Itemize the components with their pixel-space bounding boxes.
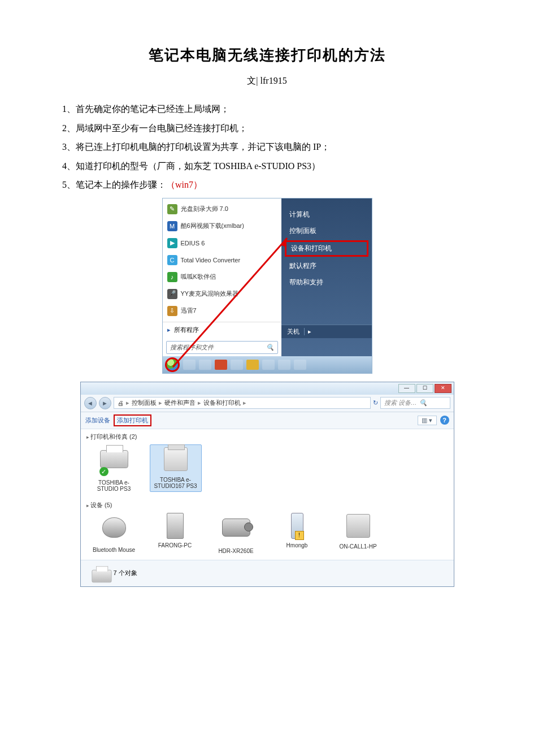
app-icon: ✎ (167, 204, 177, 214)
all-programs-button[interactable]: ▸ 所有程序 (163, 322, 281, 338)
taskbar-icon[interactable] (215, 360, 227, 370)
screenshot-devices-window: — ☐ ✕ ◄ ► 🖨 ▸ 控制面板▸ 硬件和声音▸ 设备和打印机▸ ↻ 搜索 … (80, 382, 454, 587)
right-item-computer[interactable]: 计算机 (281, 206, 372, 223)
taskbar-icon[interactable] (231, 360, 243, 370)
search-input[interactable]: 搜索 设备… 🔍 (380, 397, 450, 409)
status-icon (88, 565, 108, 582)
printer-item[interactable]: TOSHIBA e-STUDIO167 PS3 (150, 444, 202, 492)
search-icon: 🔍 (266, 344, 274, 351)
doc-author: 文| lfr1915 (62, 75, 472, 87)
nav-forward-button[interactable]: ► (99, 397, 111, 409)
start-menu-item[interactable]: M酷6网视频下载(xmlbar) (163, 218, 281, 235)
device-item[interactable]: HDR-XR260E (211, 513, 262, 554)
app-icon: 🎤 (167, 289, 177, 299)
step-5-note: （win7） (166, 180, 202, 189)
start-menu-left-pane: ✎光盘刻录大师 7.0 M酷6网视频下载(xmlbar) ▶EDIUS 6 CT… (163, 198, 281, 356)
default-check-icon: ✓ (99, 467, 108, 476)
taskbar-icon[interactable] (294, 360, 306, 370)
help-icon[interactable]: ? (440, 416, 449, 425)
view-options-button[interactable]: ▥ ▾ (418, 416, 436, 425)
warning-icon: ! (295, 531, 304, 540)
screenshot-start-menu: ✎光盘刻录大师 7.0 M酷6网视频下载(xmlbar) ▶EDIUS 6 CT… (162, 198, 372, 374)
start-menu-item[interactable]: ✎光盘刻录大师 7.0 (163, 201, 281, 218)
app-icon: ⇩ (167, 306, 177, 316)
step-5: 5、笔记本上的操作步骤：（win7） (62, 175, 472, 195)
taskbar (163, 356, 372, 373)
app-icon: M (167, 221, 177, 231)
app-icon: ♪ (167, 272, 177, 282)
start-menu-item[interactable]: ⇩迅雷7 (163, 303, 281, 319)
step-2: 2、局域网中至少有一台电脑已经连接打印机； (62, 119, 472, 138)
folder-icon: 🖨 (118, 400, 124, 407)
start-search-input[interactable]: 搜索程序和文件 🔍 (166, 341, 278, 354)
shutdown-menu-icon[interactable]: ▸ (304, 328, 311, 335)
app-icon: C (167, 255, 177, 265)
minimize-button[interactable]: — (398, 384, 415, 393)
printer-item[interactable]: ✓ TOSHIBA e-STUDIO PS3 (89, 444, 140, 492)
device-item[interactable]: ! Hmongb (272, 513, 323, 554)
start-menu-item[interactable]: 🎤YY麦克风混响效果器 (163, 286, 281, 303)
window-titlebar: — ☐ ✕ (81, 382, 454, 395)
app-icon: ▶ (167, 238, 177, 248)
taskbar-icon[interactable] (262, 360, 275, 370)
section-printers-header[interactable]: 打印机和传真 (2) (81, 429, 454, 442)
step-1: 1、首先确定你的笔记本已经连上局域网； (62, 100, 472, 119)
taskbar-icon[interactable] (199, 360, 211, 370)
doc-title: 笔记本电脑无线连接打印机的方法 (62, 45, 472, 65)
close-button[interactable]: ✕ (435, 384, 451, 393)
taskbar-icon[interactable] (183, 360, 196, 370)
status-count: 7 个对象 (114, 569, 137, 577)
add-device-button[interactable]: 添加设备 (85, 416, 110, 425)
step-4: 4、知道打印机的型号（厂商，如东芝 TOSHIBA e-STUDIO PS3） (62, 157, 472, 176)
start-orb[interactable] (165, 357, 180, 372)
status-bar: 7 个对象 (81, 560, 454, 586)
step-3: 3、将已连上打印机电脑的打印机设置为共享，并记下该电脑的 IP； (62, 137, 472, 157)
maximize-button[interactable]: ☐ (416, 384, 433, 393)
arrow-right-icon: ▸ (167, 326, 171, 334)
start-menu-item[interactable]: ♪呱呱K歌伴侣 (163, 269, 281, 286)
refresh-icon[interactable]: ↻ (373, 399, 378, 407)
start-menu-item[interactable]: CTotal Video Converter (163, 252, 281, 269)
right-item-devices-printers[interactable]: 设备和打印机 (285, 240, 368, 257)
taskbar-icon[interactable] (246, 360, 259, 370)
start-menu-right-pane: 计算机 控制面板 设备和打印机 默认程序 帮助和支持 关机 ▸ (281, 198, 372, 356)
device-item[interactable]: FARONG-PC (150, 513, 201, 554)
taskbar-icon[interactable] (278, 360, 290, 370)
device-item[interactable]: ON-CALL1-HP (333, 513, 384, 554)
right-item-default-programs[interactable]: 默认程序 (281, 258, 372, 274)
steps-list: 1、首先确定你的笔记本已经连上局域网； 2、局域网中至少有一台电脑已经连接打印机… (62, 100, 472, 195)
add-printer-button[interactable]: 添加打印机 (114, 414, 151, 426)
search-icon: 🔍 (419, 399, 427, 407)
right-item-control-panel[interactable]: 控制面板 (281, 223, 372, 239)
nav-back-button[interactable]: ◄ (84, 397, 97, 409)
right-item-help[interactable]: 帮助和支持 (281, 274, 372, 291)
breadcrumb[interactable]: 🖨 ▸ 控制面板▸ 硬件和声音▸ 设备和打印机▸ (114, 397, 371, 409)
section-devices-header[interactable]: 设备 (5) (81, 498, 454, 511)
shutdown-button[interactable]: 关机 (287, 327, 299, 336)
start-menu-item[interactable]: ▶EDIUS 6 (163, 235, 281, 252)
device-item[interactable]: Bluetooth Mouse (89, 513, 140, 554)
